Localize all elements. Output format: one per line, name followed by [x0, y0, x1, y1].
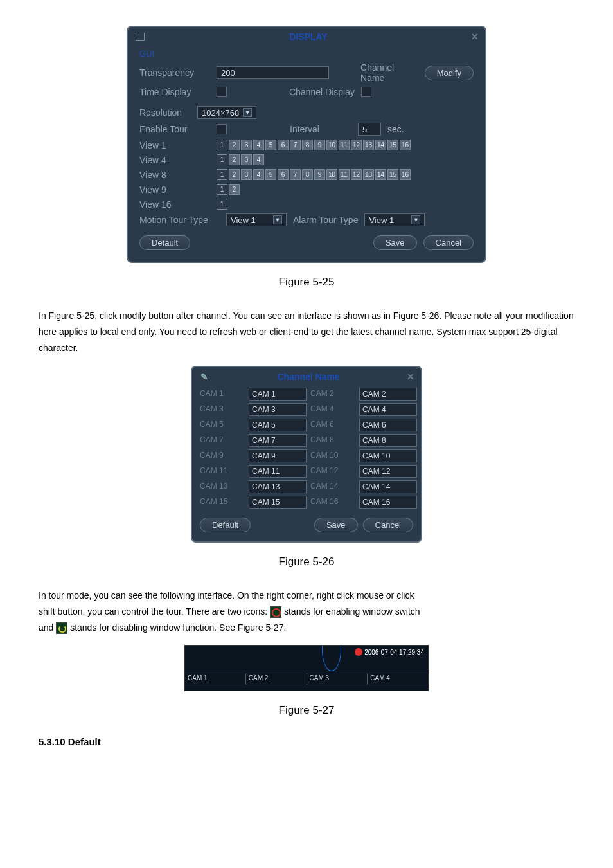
para2c: stands for enabling window switch — [284, 606, 420, 617]
cam-input[interactable] — [249, 434, 306, 447]
tour-timestamp: 2006-07-04 17:29:34 — [355, 648, 424, 656]
channel-table: CAM 1CAM 2CAM 3CAM 4CAM 5CAM 6CAM 7CAM 8… — [195, 384, 418, 515]
num-box[interactable]: 4 — [253, 140, 264, 150]
num-box[interactable]: 15 — [387, 140, 398, 150]
view8-grid[interactable]: 12345678910111213141516 — [217, 169, 411, 180]
num-box[interactable]: 16 — [400, 140, 411, 150]
num-box[interactable]: 1 — [217, 154, 227, 165]
num-box[interactable]: 4 — [253, 169, 264, 180]
view4-grid[interactable]: 1234 — [217, 154, 264, 165]
motion-tour-value: View 1 — [231, 215, 269, 225]
paragraph-1: In Figure 5-25, click modify button afte… — [39, 308, 574, 357]
para2a: In tour mode, you can see the following … — [39, 590, 414, 601]
save-button[interactable]: Save — [373, 235, 417, 250]
figure-527-caption: Figure 5-27 — [39, 704, 574, 717]
cam-input[interactable] — [359, 465, 417, 478]
enable-tour-checkbox[interactable] — [217, 124, 227, 134]
alarm-tour-select[interactable]: View 1 ▼ — [364, 213, 425, 226]
timestamp-text: 2006-07-04 17:29:34 — [364, 649, 424, 656]
num-box[interactable]: 2 — [229, 140, 240, 150]
num-box[interactable]: 8 — [302, 169, 313, 180]
num-box[interactable]: 2 — [229, 154, 240, 165]
num-box[interactable]: 2 — [229, 184, 240, 195]
num-box[interactable]: 7 — [290, 169, 301, 180]
num-box[interactable]: 3 — [241, 154, 252, 165]
transparency-input[interactable] — [217, 66, 329, 79]
cam-label: CAM 3 — [200, 403, 245, 416]
num-box[interactable]: 13 — [363, 169, 374, 180]
cam-label: CAM 1 — [200, 388, 245, 401]
num-box[interactable]: 8 — [302, 140, 313, 150]
view16-grid[interactable]: 1 — [217, 199, 227, 210]
num-box[interactable]: 12 — [351, 140, 362, 150]
channel-name-dialog: ✎ Channel Name ✕ CAM 1CAM 2CAM 3CAM 4CAM… — [191, 366, 422, 543]
view4-label: View 4 — [139, 155, 210, 165]
save-button[interactable]: Save — [314, 518, 358, 532]
num-box[interactable]: 14 — [375, 140, 386, 150]
cancel-button[interactable]: Cancel — [423, 235, 474, 250]
cam-input[interactable] — [249, 388, 306, 401]
num-box[interactable]: 4 — [253, 154, 264, 165]
cam-input[interactable] — [359, 434, 417, 447]
view8-label: View 8 — [139, 170, 210, 180]
cam-input[interactable] — [359, 403, 417, 416]
num-box[interactable]: 5 — [265, 169, 276, 180]
cam-input[interactable] — [249, 480, 306, 493]
cam-input[interactable] — [359, 480, 417, 493]
default-button[interactable]: Default — [139, 235, 190, 250]
paragraph-2: In tour mode, you can see the following … — [39, 588, 574, 637]
num-box[interactable]: 11 — [339, 169, 350, 180]
para2d: and — [39, 622, 56, 633]
cam-input[interactable] — [359, 388, 417, 401]
view1-grid[interactable]: 12345678910111213141516 — [217, 140, 411, 150]
cam-input[interactable] — [249, 465, 306, 478]
close-icon[interactable]: ✕ — [471, 32, 479, 42]
num-box[interactable]: 5 — [265, 140, 276, 150]
cam-input[interactable] — [359, 496, 417, 509]
close-icon[interactable]: ✕ — [407, 372, 414, 382]
motion-tour-select[interactable]: View 1 ▼ — [226, 213, 287, 226]
time-display-checkbox[interactable] — [217, 87, 227, 97]
num-box[interactable]: 15 — [387, 169, 398, 180]
view9-grid[interactable]: 12 — [217, 184, 240, 195]
cam-input[interactable] — [249, 419, 306, 431]
num-box[interactable]: 9 — [314, 169, 325, 180]
num-box[interactable]: 7 — [290, 140, 301, 150]
num-box[interactable]: 12 — [351, 169, 362, 180]
resolution-select[interactable]: 1024×768 ▼ — [197, 106, 256, 119]
enable-tour-label: Enable Tour — [139, 124, 210, 134]
cam-input[interactable] — [249, 403, 306, 416]
num-box[interactable]: 10 — [326, 169, 337, 180]
figure-525-caption: Figure 5-25 — [39, 276, 574, 289]
num-box[interactable]: 1 — [217, 184, 227, 195]
num-box[interactable]: 1 — [217, 169, 227, 180]
num-box[interactable]: 2 — [229, 169, 240, 180]
modify-button[interactable]: Modify — [425, 66, 474, 80]
cam-input[interactable] — [249, 449, 306, 462]
record-dot-icon — [355, 648, 362, 656]
num-box[interactable]: 11 — [339, 140, 350, 150]
num-box[interactable]: 6 — [278, 140, 289, 150]
num-box[interactable]: 3 — [241, 140, 252, 150]
num-box[interactable]: 6 — [278, 169, 289, 180]
num-box[interactable]: 16 — [400, 169, 411, 180]
dialog-title: Channel Name — [210, 372, 407, 382]
cam-input[interactable] — [249, 496, 306, 509]
num-box[interactable]: 1 — [217, 199, 227, 210]
interval-input[interactable] — [358, 123, 381, 136]
num-box[interactable]: 14 — [375, 169, 386, 180]
transparency-label: Transparency — [139, 68, 210, 78]
num-box[interactable]: 3 — [241, 169, 252, 180]
channel-display-checkbox[interactable] — [361, 87, 371, 97]
num-box[interactable]: 13 — [363, 140, 374, 150]
cam-label: CAM 5 — [200, 419, 245, 431]
cancel-button[interactable]: Cancel — [363, 518, 413, 532]
num-box[interactable]: 9 — [314, 140, 325, 150]
alarm-tour-value: View 1 — [369, 215, 407, 225]
cam-input[interactable] — [359, 419, 417, 431]
cam-input[interactable] — [359, 449, 417, 462]
cam-label: CAM 4 — [310, 403, 355, 416]
default-button[interactable]: Default — [200, 518, 251, 532]
num-box[interactable]: 1 — [217, 140, 227, 150]
num-box[interactable]: 10 — [326, 140, 337, 150]
